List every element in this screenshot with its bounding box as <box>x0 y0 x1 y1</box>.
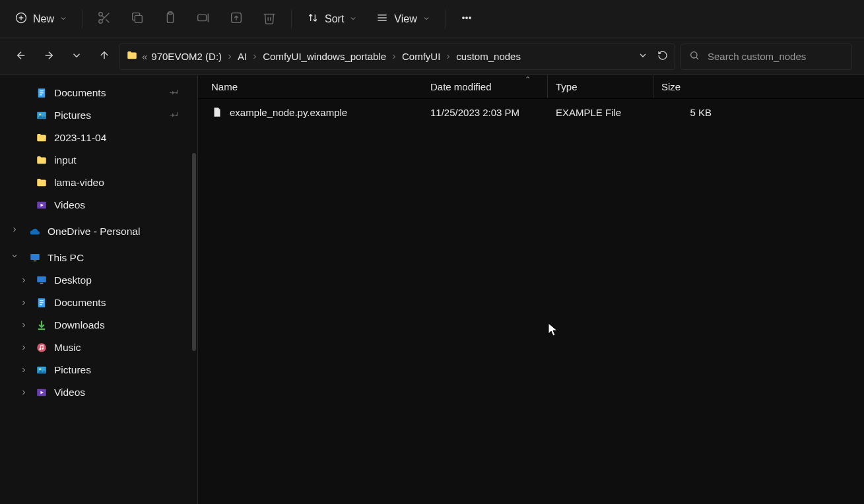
column-header-name[interactable]: Name <box>198 75 422 98</box>
chevron-down-icon <box>71 49 83 64</box>
recent-locations-button[interactable] <box>67 47 86 66</box>
plus-circle-icon <box>15 11 28 27</box>
sidebar-item[interactable]: Videos <box>0 381 197 404</box>
svg-rect-30 <box>40 92 44 93</box>
sort-button-label: Sort <box>325 13 344 25</box>
share-icon <box>229 11 244 28</box>
chevron-right-icon[interactable] <box>20 321 28 329</box>
svg-point-49 <box>39 368 41 370</box>
column-header-size[interactable]: Size <box>653 75 719 98</box>
chevron-right-icon[interactable] <box>20 299 28 307</box>
search-box[interactable] <box>681 44 852 70</box>
sidebar-item-label: This PC <box>48 252 84 264</box>
sidebar-item[interactable]: 2023-11-04 <box>0 127 197 149</box>
chevron-right-icon <box>444 53 452 61</box>
svg-line-27 <box>696 57 698 59</box>
more-button[interactable] <box>453 7 480 31</box>
sidebar-item-label: Documents <box>54 87 106 99</box>
history-dropdown-button[interactable] <box>638 50 648 63</box>
search-input[interactable] <box>706 50 844 63</box>
column-headers: Name Date modified Type Size <box>198 75 864 99</box>
clipboard-icon <box>163 11 178 28</box>
chevron-right-icon[interactable] <box>20 389 28 396</box>
chevron-down-icon[interactable] <box>11 252 18 260</box>
svg-point-46 <box>39 348 41 350</box>
breadcrumb-segment[interactable]: custom_nodes <box>456 51 521 62</box>
pin-icon <box>170 110 179 121</box>
sidebar-item-label: 2023-11-04 <box>54 132 106 144</box>
chevron-right-icon <box>226 53 234 61</box>
folder-icon <box>36 177 48 189</box>
rename-icon <box>196 11 211 28</box>
svg-point-33 <box>39 113 41 115</box>
search-icon <box>689 50 700 63</box>
svg-rect-8 <box>135 15 142 22</box>
toolbar-divider <box>82 10 83 28</box>
sidebar-item[interactable]: Documents <box>0 82 197 104</box>
cloud-icon <box>29 226 41 237</box>
navigation-row: « 970EVOM2 (D:) AI ComfyUI_windows_porta… <box>0 38 864 75</box>
copy-button[interactable] <box>123 7 151 32</box>
mouse-cursor-icon <box>548 323 560 340</box>
svg-rect-29 <box>40 90 44 91</box>
svg-line-7 <box>102 15 104 18</box>
address-bar[interactable]: « 970EVOM2 (D:) AI ComfyUI_windows_porta… <box>119 44 675 70</box>
sidebar-item-label: Downloads <box>54 319 105 331</box>
breadcrumb-segment[interactable]: ComfyUI <box>402 51 440 62</box>
up-button[interactable] <box>95 47 114 66</box>
file-size: 5 KB <box>653 107 719 118</box>
sidebar-item[interactable]: input <box>0 149 197 172</box>
sidebar-item[interactable]: Videos <box>0 194 197 216</box>
refresh-button[interactable] <box>657 50 668 63</box>
sidebar-scrollbar-thumb[interactable] <box>192 153 196 351</box>
chevron-right-icon[interactable] <box>20 276 28 284</box>
sidebar-item-thispc[interactable]: This PC <box>0 243 197 269</box>
share-button[interactable] <box>222 7 250 32</box>
sidebar-item[interactable]: Pictures <box>0 104 197 127</box>
sidebar-item-label: input <box>54 154 77 166</box>
picture-icon <box>36 364 48 376</box>
chevron-right-icon <box>390 53 398 61</box>
file-type: EXAMPLE File <box>548 107 653 118</box>
svg-rect-41 <box>40 300 44 301</box>
command-toolbar: New Sort Vie <box>0 0 864 38</box>
svg-point-20 <box>463 16 465 18</box>
chevron-right-icon[interactable] <box>20 344 28 352</box>
chevron-right-icon[interactable] <box>20 366 28 374</box>
sidebar-item[interactable]: Documents <box>0 292 197 314</box>
chevron-down-icon <box>422 13 430 25</box>
svg-point-21 <box>466 16 468 18</box>
sidebar-item[interactable]: Music <box>0 336 197 359</box>
sidebar-item-onedrive[interactable]: OneDrive - Personal <box>0 216 197 243</box>
sidebar-item[interactable]: Desktop <box>0 269 197 292</box>
folder-icon <box>126 49 138 63</box>
svg-rect-11 <box>198 15 207 20</box>
sort-icon <box>306 11 319 27</box>
arrow-right-icon <box>43 49 55 64</box>
back-button[interactable] <box>12 47 30 66</box>
desktop-icon <box>36 274 48 286</box>
column-header-type[interactable]: Type <box>548 75 653 98</box>
view-button[interactable]: View <box>369 7 436 31</box>
delete-button[interactable] <box>255 7 283 32</box>
svg-point-3 <box>99 12 103 16</box>
file-icon <box>211 106 223 118</box>
rename-button[interactable] <box>189 7 217 32</box>
breadcrumb-segment[interactable]: AI <box>238 51 247 62</box>
cut-button[interactable] <box>90 7 118 32</box>
file-row[interactable]: example_node.py.example11/25/2023 2:03 P… <box>198 99 864 125</box>
breadcrumb-segment[interactable]: 970EVOM2 (D:) <box>151 51 222 62</box>
chevron-down-icon <box>638 51 648 63</box>
svg-point-47 <box>42 348 44 350</box>
sidebar-item[interactable]: Pictures <box>0 359 197 381</box>
forward-button[interactable] <box>40 47 58 66</box>
sidebar-item[interactable]: Downloads <box>0 314 197 336</box>
chevron-right-icon[interactable] <box>11 226 18 234</box>
breadcrumb-segment[interactable]: ComfyUI_windows_portable <box>263 51 386 62</box>
sort-button[interactable]: Sort <box>300 7 364 31</box>
paste-button[interactable] <box>156 7 184 32</box>
new-button[interactable]: New <box>8 7 74 31</box>
video-icon <box>36 199 48 211</box>
sidebar-item[interactable]: lama-video <box>0 172 197 194</box>
svg-line-6 <box>106 19 109 22</box>
